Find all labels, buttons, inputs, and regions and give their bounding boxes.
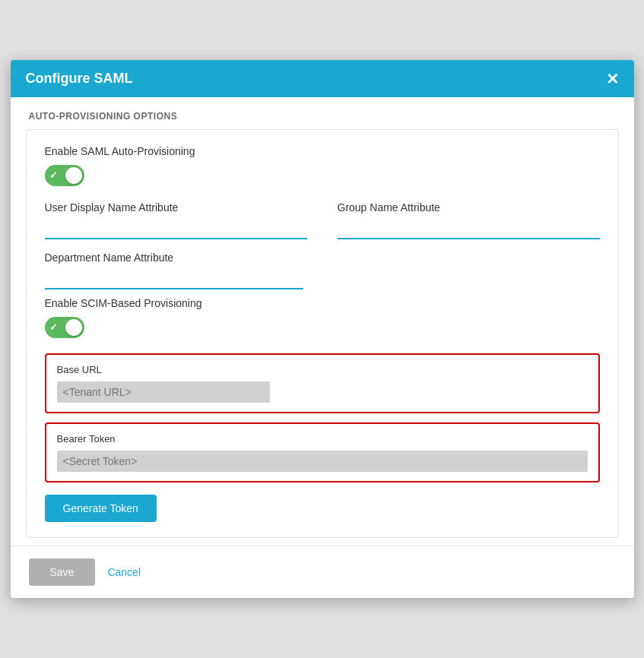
enable-saml-row: Enable SAML Auto-Provisioning ✓: [45, 145, 600, 186]
group-name-group: Group Name Attribute: [338, 201, 600, 239]
configure-saml-dialog: Configure SAML ✕ AUTO-PROVISIONING OPTIO…: [11, 60, 634, 598]
enable-scim-toggle[interactable]: ✓: [45, 317, 84, 338]
toggle-check-icon: ✓: [49, 169, 58, 181]
close-button[interactable]: ✕: [606, 71, 619, 87]
group-name-input[interactable]: [338, 220, 600, 239]
bearer-token-field: Bearer Token: [45, 422, 600, 482]
auto-provisioning-card: Enable SAML Auto-Provisioning ✓ User Dis…: [26, 129, 619, 538]
attributes-row-2: Department Name Attribute: [45, 251, 600, 289]
base-url-field: Base URL: [45, 353, 600, 413]
group-name-label: Group Name Attribute: [338, 201, 600, 214]
toggle-track: ✓: [45, 165, 84, 186]
section-label-auto-provisioning: AUTO-PROVISIONING OPTIONS: [11, 97, 634, 129]
enable-saml-toggle[interactable]: ✓: [45, 165, 84, 186]
bearer-token-label: Bearer Token: [57, 433, 588, 444]
enable-scim-row: Enable SCIM-Based Provisioning ✓: [45, 297, 600, 338]
bearer-token-input[interactable]: [57, 451, 588, 472]
enable-scim-toggle-container: ✓: [45, 317, 600, 338]
user-display-name-label: User Display Name Attribute: [45, 201, 307, 214]
department-name-input[interactable]: [45, 270, 303, 289]
dialog-footer: Save Cancel: [11, 546, 634, 598]
enable-saml-toggle-container: ✓: [45, 165, 600, 186]
generate-token-button[interactable]: Generate Token: [45, 495, 157, 522]
dialog-header: Configure SAML ✕: [11, 60, 634, 97]
scim-toggle-track: ✓: [45, 317, 84, 338]
dialog-title: Configure SAML: [26, 71, 133, 87]
scim-toggle-thumb: [65, 319, 82, 336]
toggle-thumb: [65, 167, 82, 184]
enable-saml-label: Enable SAML Auto-Provisioning: [45, 145, 600, 157]
base-url-input[interactable]: [57, 381, 270, 403]
scim-toggle-check-icon: ✓: [49, 321, 58, 333]
department-name-label: Department Name Attribute: [45, 251, 303, 264]
enable-scim-label: Enable SCIM-Based Provisioning: [45, 297, 600, 309]
cancel-button[interactable]: Cancel: [107, 566, 141, 578]
save-button[interactable]: Save: [29, 558, 96, 586]
dialog-body: AUTO-PROVISIONING OPTIONS Enable SAML Au…: [11, 97, 634, 546]
base-url-label: Base URL: [57, 364, 588, 375]
user-display-name-input[interactable]: [45, 220, 307, 239]
user-display-name-group: User Display Name Attribute: [45, 201, 307, 239]
attributes-row-1: User Display Name Attribute Group Name A…: [45, 201, 600, 239]
department-name-group: Department Name Attribute: [45, 251, 303, 289]
